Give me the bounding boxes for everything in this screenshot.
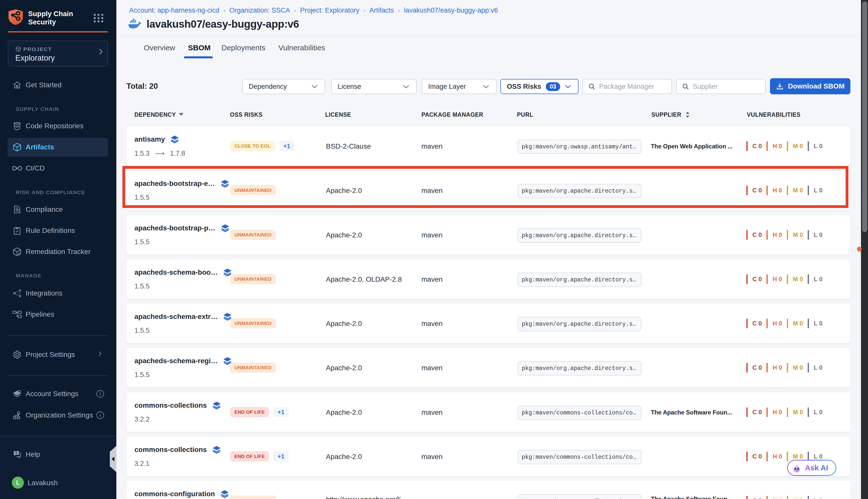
svg-text:?: ?: [15, 451, 17, 455]
